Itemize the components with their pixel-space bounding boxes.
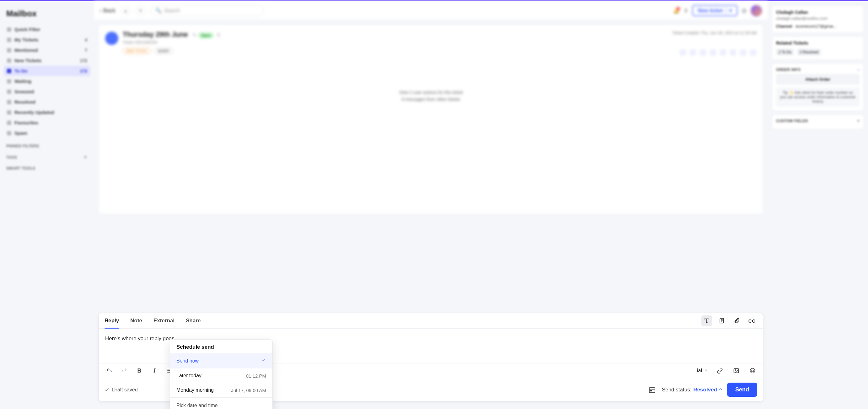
attachment-icon[interactable] [732, 315, 742, 326]
sidebar-item-resolved[interactable]: Resolved [4, 97, 90, 107]
check-icon [261, 358, 266, 364]
sidebar-item-waiting[interactable]: Waiting [4, 76, 90, 86]
schedule-option-later-today[interactable]: Later today 01:12 PM [170, 369, 272, 383]
link-icon[interactable]: ⎘ [217, 32, 220, 38]
emoji-icon[interactable] [748, 366, 757, 375]
chevron-up-icon [718, 387, 723, 393]
schedule-pick-datetime[interactable]: Pick date and time [170, 398, 272, 409]
right-panel: Clodagh Callan clodagh.callan@xsellco.co… [768, 1, 868, 409]
topbar: ‹ Back ▴ ▾ 🔍 Search 🔔 ⇳ New ticket ▾ ◷ [94, 1, 768, 20]
sidebar-group-smart[interactable]: SMART TOOLS [6, 166, 88, 171]
search-input[interactable]: 🔍 Search [151, 5, 264, 16]
status-badge: Open [198, 32, 214, 39]
chip-new-ticket[interactable]: NEW TICKET [123, 48, 151, 54]
notifications-icon[interactable]: 🔔 [673, 7, 679, 13]
ticket-created: Ticket Created: Thu, Jun 29, 2023 at 11:… [672, 30, 756, 35]
sidebar-item-quick-filter[interactable]: Quick Filter [4, 24, 90, 34]
chevron-left-icon: ‹ [100, 8, 101, 13]
search-icon: 🔍 [155, 7, 162, 13]
help-icon[interactable]: ◷ [742, 7, 746, 13]
sidebar-item-mentioned[interactable]: Mentioned7 [4, 45, 90, 55]
chip-query[interactable]: QUERY [154, 48, 173, 54]
sidebar-item-to-do[interactable]: To Do172 [4, 66, 90, 76]
filter-icon[interactable]: ⇳ [684, 7, 688, 13]
other-tickets-link[interactable]: 9 messages from other tickets [105, 97, 756, 102]
send-status-select[interactable]: Send status: Resolved [662, 387, 723, 393]
image-icon[interactable] [732, 366, 741, 375]
channel-avatar [105, 32, 118, 45]
ticket-header: Thursday 29th June ✎ Open ⎘ Ticket #5013… [98, 25, 763, 60]
ticket-title: Thursday 29th June [123, 30, 188, 39]
chevron-down-icon[interactable]: ▾ [726, 7, 732, 13]
tab-share[interactable]: Share [186, 313, 200, 328]
sidebar-item-recently-updated[interactable]: Recently Updated [4, 107, 90, 117]
svg-point-6 [750, 369, 755, 373]
edit-icon[interactable]: ✎ [192, 32, 196, 38]
ticket-body: View 2 user actions for this ticket 9 me… [98, 60, 763, 214]
cc-button[interactable]: CC [747, 315, 757, 326]
bold-icon[interactable]: B [135, 366, 144, 375]
schedule-send-popover: Schedule send Send now Later today 01:12… [170, 339, 273, 409]
document-icon[interactable] [716, 315, 727, 326]
reply-editor[interactable]: Here's where your reply goes Schedule se… [99, 328, 763, 363]
sidebar-item-snoozed[interactable]: Snoozed [4, 86, 90, 97]
tab-external[interactable]: External [153, 313, 175, 328]
sidebar: Mailbox Quick Filter My Tickets4 Mention… [0, 1, 94, 409]
svg-point-8 [753, 370, 754, 371]
svg-point-5 [735, 370, 736, 371]
back-button[interactable]: ‹ Back [100, 8, 116, 13]
link-icon[interactable] [715, 366, 724, 375]
customer-name: Clodagh Callan [776, 10, 860, 15]
user-actions-link[interactable]: View 2 user actions for this ticket [105, 90, 756, 95]
related-tickets-title: Related Tickets [776, 40, 860, 46]
popover-title: Schedule send [170, 340, 272, 353]
app-title: Mailbox [6, 9, 88, 19]
svg-rect-9 [649, 388, 655, 393]
chevron-down-icon [704, 368, 708, 374]
customer-email: clodagh.callan@xsellco.com [776, 16, 860, 21]
order-tip: Tip ✨ Ask client for their order number … [776, 87, 860, 107]
avatar[interactable] [751, 5, 762, 16]
italic-icon[interactable]: I [150, 366, 159, 375]
tab-reply[interactable]: Reply [104, 313, 119, 328]
ticket-id: Ticket #501394283 [123, 40, 220, 45]
composer: Reply Note External Share CC [98, 313, 763, 402]
schedule-option-send-now[interactable]: Send now [170, 353, 272, 369]
redo-icon[interactable] [120, 366, 129, 375]
sidebar-group-tags[interactable]: TAGS＋ [6, 154, 88, 160]
nav-down-button[interactable]: ▾ [135, 6, 146, 16]
tab-note[interactable]: Note [130, 313, 142, 328]
add-tag-icon[interactable]: ＋ [83, 154, 88, 160]
sidebar-item-spam[interactable]: Spam [4, 128, 90, 138]
main-area: ‹ Back ▴ ▾ 🔍 Search 🔔 ⇳ New ticket ▾ ◷ [94, 1, 768, 409]
new-ticket-button[interactable]: New ticket ▾ [692, 5, 738, 16]
draft-saved: Draft saved [104, 387, 138, 393]
related-resolved-chip[interactable]: 2 Resolved [797, 49, 821, 56]
undo-icon[interactable] [104, 366, 114, 375]
sidebar-item-favourites[interactable]: Favourites [4, 117, 90, 128]
font-select[interactable]: ial [697, 368, 708, 374]
svg-rect-13 [651, 390, 651, 391]
nav-up-button[interactable]: ▴ [121, 6, 130, 16]
template-icon[interactable] [701, 315, 712, 326]
related-todo-chip[interactable]: 2 To Do [776, 49, 794, 56]
editor-content: Here's where your reply goes [105, 335, 175, 342]
sidebar-group-pinned[interactable]: PINNED FILTERS [6, 144, 88, 148]
send-button[interactable]: Send [727, 383, 757, 397]
svg-point-7 [751, 370, 752, 371]
schedule-option-monday[interactable]: Monday morning Jul 17, 09:00 AM [170, 383, 272, 398]
sidebar-item-new-tickets[interactable]: New Tickets172 [4, 55, 90, 66]
attach-order-button[interactable]: Attach Order [776, 74, 860, 85]
schedule-send-button[interactable] [647, 384, 657, 395]
sidebar-item-my-tickets[interactable]: My Tickets4 [4, 34, 90, 45]
